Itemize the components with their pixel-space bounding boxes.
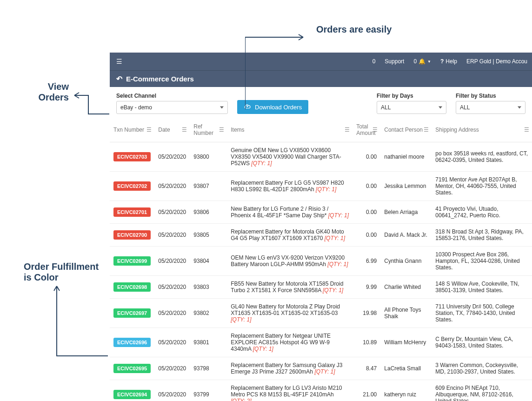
cell-amount: 8.47 (352, 357, 380, 380)
download-orders-button[interactable]: Download Orders (237, 100, 308, 114)
topbar: ☰ 0 Support 0 🔔 ▼ ? Help ERP Gold | Demo… (110, 53, 532, 70)
cell-addr: 10300 Prospect Ave Box 286, Hampton, FL,… (432, 247, 532, 276)
filter-icon[interactable]: ☰ (182, 127, 187, 133)
cell-ref: 93802 (190, 299, 227, 328)
cell-contact: Belen Arriaga (380, 201, 432, 224)
cell-amount: 0.00 (352, 201, 380, 224)
bell-icon: 🔔 (419, 58, 426, 65)
cell-date: 05/20/2020 (154, 172, 190, 201)
th-contact[interactable]: Contact Person (384, 127, 423, 133)
cell-ref: 93804 (190, 247, 227, 276)
cell-qty: [QTY: 1] (325, 235, 345, 241)
cell-qty: [QTY: 1] (316, 186, 336, 193)
txn-badge[interactable]: ECIVC02698 (113, 282, 151, 292)
cell-qty: [QTY: 1] (328, 212, 349, 219)
days-value: ALL (381, 104, 391, 111)
cell-date: 05/20/2020 (154, 224, 190, 247)
txn-badge[interactable]: ECIVC02702 (113, 181, 151, 191)
cell-items: Replacement Battery for Samsung Galaxy J… (227, 357, 352, 380)
days-select[interactable]: ALL (377, 101, 446, 114)
channel-label: Select Channel (116, 93, 228, 99)
cell-date: 05/20/2020 (154, 357, 190, 380)
cell-qty: [QTY: 1] (327, 261, 348, 267)
cell-qty: [QTY: 1] (251, 160, 272, 167)
th-txn[interactable]: Txn Number (113, 127, 144, 133)
th-items[interactable]: Items (231, 127, 244, 133)
table-row[interactable]: ECIVC0269605/20/202093801Replacement Bat… (110, 328, 532, 357)
cell-addr: 7191 Mentor Ave Apt B207Apt B, Mentor, O… (432, 172, 532, 201)
cell-ref: 93803 (190, 276, 227, 299)
cell-addr: 318 N Broad St Apt 3, Ridgway, PA, 15853… (432, 224, 532, 247)
cell-items: GL40 New Battery for Motorola Z Play Dro… (227, 299, 352, 328)
topbar-count1[interactable]: 0 (368, 58, 380, 65)
page-title: E-Commerce Orders (126, 75, 194, 83)
filter-icon[interactable]: ☰ (146, 127, 152, 133)
cell-addr: 41 Proyecto Vivi, Utuado, 00641_2742, Pu… (432, 201, 532, 224)
txn-badge[interactable]: ECIVC02694 (113, 390, 151, 399)
cell-contact: Jessika Lemmon (380, 172, 432, 201)
topbar-help-link[interactable]: ? Help (436, 58, 462, 65)
channel-select[interactable]: eBay - demo (116, 101, 228, 114)
cell-amount: 9.99 (352, 276, 380, 299)
cell-date: 05/20/2020 (154, 247, 190, 276)
cell-date: 05/20/2020 (154, 328, 190, 357)
page-titlebar: ↶ E-Commerce Orders (110, 70, 532, 87)
filter-icon[interactable]: ☰ (372, 127, 378, 133)
txn-badge[interactable]: ECIVC02701 (113, 207, 151, 217)
cell-date: 05/20/2020 (154, 276, 190, 299)
topbar-notifications[interactable]: 0 🔔 ▼ (409, 58, 436, 65)
menu-toggle-button[interactable]: ☰ (110, 58, 128, 65)
txn-badge[interactable]: ECIVC02699 (113, 256, 151, 266)
cell-qty: [QTY: 1] (231, 316, 251, 323)
cell-addr: C Berry Dr, Mountain View, CA, 94043-158… (432, 328, 532, 357)
cell-date: 05/20/2020 (154, 201, 190, 224)
table-row[interactable]: ECIVC0270205/20/202093807Replacement Bat… (110, 172, 532, 201)
cell-contact: LaCretia Small (380, 357, 432, 380)
filter-icon[interactable]: ☰ (524, 127, 529, 133)
status-value: ALL (460, 104, 470, 111)
cell-contact: Cynthia Gnann (380, 247, 432, 276)
table-row[interactable]: ECIVC0269505/20/202093798Replacement Bat… (110, 357, 532, 380)
notif-count: 0 (413, 58, 417, 65)
cell-contact: katheryn ruiz (380, 380, 432, 401)
cell-ref: 93799 (190, 380, 227, 401)
cell-qty: [QTY: 1] (253, 346, 273, 352)
cell-contact: William McHenry (380, 328, 432, 357)
filters-row: Select Channel eBay - demo Download Orde… (110, 87, 532, 118)
txn-badge[interactable]: ECIVC02696 (113, 338, 151, 347)
table-row[interactable]: ECIVC0269405/20/202093799Replacement Bat… (110, 380, 532, 401)
table-row[interactable]: ECIVC0269805/20/202093803FB55 New Batter… (110, 276, 532, 299)
cell-amount: 0.00 (352, 172, 380, 201)
back-icon[interactable]: ↶ (116, 74, 122, 83)
table-row[interactable]: ECIVC0270305/20/202093800Genuine OEM New… (110, 142, 532, 172)
th-ref[interactable]: Ref Number (193, 123, 213, 136)
table-row[interactable]: ECIVC0270105/20/202093806New Battery for… (110, 201, 532, 224)
txn-badge[interactable]: ECIVC02697 (113, 308, 151, 318)
txn-badge[interactable]: ECIVC02695 (113, 364, 151, 373)
cell-date: 05/20/2020 (154, 299, 190, 328)
table-row[interactable]: ECIVC0269905/20/202093804OEM New LG enV3… (110, 247, 532, 276)
chevron-down-icon: ▼ (427, 60, 431, 64)
th-date[interactable]: Date (158, 127, 170, 133)
chevron-down-icon (220, 107, 224, 109)
status-select[interactable]: ALL (456, 101, 525, 114)
topbar-account-link[interactable]: ERP Gold | Demo Accou (462, 58, 532, 65)
table-row[interactable]: ECIVC0269705/20/202093802GL40 New Batter… (110, 299, 532, 328)
th-addr[interactable]: Shipping Address (435, 127, 479, 133)
channel-value: eBay - demo (120, 104, 152, 111)
txn-badge[interactable]: ECIVC02703 (113, 152, 151, 161)
download-label: Download Orders (255, 104, 302, 111)
chevron-down-icon (439, 107, 442, 109)
table-row[interactable]: ECIVC0270005/20/202093805Replacement Bat… (110, 224, 532, 247)
days-label: Filter by Days (377, 93, 446, 99)
cloud-download-icon (244, 103, 251, 111)
filter-icon[interactable]: ☰ (219, 127, 224, 133)
cell-amount: 21.00 (352, 380, 380, 401)
topbar-support-link[interactable]: Support (380, 58, 409, 65)
filter-icon[interactable]: ☰ (345, 127, 350, 133)
txn-badge[interactable]: ECIVC02700 (113, 230, 151, 240)
cell-items: Replacement Battery for Motorola GK40 Mo… (227, 224, 352, 247)
cell-addr: po box 39518 weeks rd, eastford, CT, 062… (432, 142, 532, 172)
cell-addr: 711 University Dr# 500, College Station,… (432, 299, 532, 328)
filter-icon[interactable]: ☰ (424, 127, 429, 133)
